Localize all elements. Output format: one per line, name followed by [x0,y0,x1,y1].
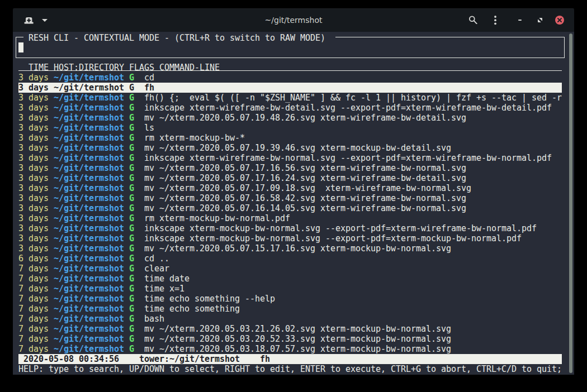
history-row[interactable]: 7 days ~/git/termshot G mv ~/xterm.2020.… [13,344,567,354]
search-button[interactable] [467,14,477,24]
search-icon [467,14,477,24]
history-row[interactable]: 3 days ~/git/termshot G mv ~/xterm.2020.… [13,113,567,123]
kebab-menu-icon [494,15,497,25]
history-row[interactable]: 6 days ~/git/termshot G cd .. [13,254,567,264]
history-row[interactable]: 3 days ~/git/termshot G mv ~/xterm.2020.… [13,203,567,213]
history-row[interactable]: 3 days ~/git/termshot G rm xterm-mockup-… [13,213,567,223]
history-row[interactable]: 3 days ~/git/termshot G cd [13,73,567,83]
history-row[interactable]: 7 days ~/git/termshot G time x=1 [13,284,567,294]
history-row[interactable]: 3 days ~/git/termshot G inkscape xterm-m… [13,223,567,233]
history-row[interactable]: 3 days ~/git/termshot G mv ~/xterm.2020.… [13,143,567,153]
help-bar: HELP: type to search, UP/DOWN to select,… [13,364,567,374]
history-row[interactable]: 3 days ~/git/termshot G fh() {; eval $( … [13,93,567,103]
restore-icon [538,18,542,22]
history-row[interactable]: 3 days ~/git/termshot G inkscape xterm-m… [13,233,567,243]
history-row[interactable]: 3 days ~/git/termshot G mv ~/xterm.2020.… [13,193,567,203]
menu-button[interactable] [494,15,497,25]
history-row[interactable]: 7 days ~/git/termshot G time echo someth… [13,294,567,304]
history-row[interactable]: 3 days ~/git/termshot G mv ~/xterm.2020.… [13,183,567,193]
terminal-screen[interactable]: RESH CLI - CONTEXTUAL MODE - (CTRL+R to … [13,32,574,375]
history-row[interactable]: 3 days ~/git/termshot G rm xterm-mockup-… [13,133,567,143]
minimize-icon [518,20,522,21]
terminal-rows: TIME HOST:DIRECTORY FLAGS COMMAND-LINE 3… [13,32,567,374]
history-row-selected[interactable]: 3 days ~/git/termshot G fh [13,83,567,93]
box-row-input [13,42,567,52]
minimize-button[interactable] [518,20,522,21]
history-row[interactable]: 7 days ~/git/termshot G clear [13,264,567,274]
resh-box-title: RESH CLI - CONTEXTUAL MODE - (CTRL+R to … [23,33,335,43]
history-row[interactable]: 7 days ~/git/termshot G mv ~/xterm.2020.… [13,334,567,344]
history-row[interactable]: 3 days ~/git/termshot G mv ~/xterm.2020.… [13,243,567,254]
history-row[interactable]: 7 days ~/git/termshot G bash [13,314,567,324]
titlebar[interactable]: ~/git/termshot [13,8,574,32]
close-icon [555,16,564,25]
history-row[interactable]: 7 days ~/git/termshot G mv ~/xterm.2020.… [13,324,567,334]
list-header: TIME HOST:DIRECTORY FLAGS COMMAND-LINE [13,63,567,73]
scrollbar-thumb[interactable] [569,34,572,374]
restore-button[interactable] [538,18,542,22]
window-title: ~/git/termshot [13,8,574,32]
history-row[interactable]: 3 days ~/git/termshot G inkscape xterm-w… [13,103,567,113]
history-row[interactable]: 7 days ~/git/termshot G time echo someth… [13,304,567,314]
history-row[interactable]: 3 days ~/git/termshot G mv ~/xterm.2020.… [13,173,567,183]
close-button[interactable] [555,16,564,25]
history-row[interactable]: 3 days ~/git/termshot G mv ~/xterm.2020.… [13,163,567,173]
desktop-background: ~/git/termshot [0,0,587,392]
status-bar: 2020-05-08 00:34:56 tower:~/git/termshot… [13,354,567,364]
box-row-bottom [13,52,567,63]
history-row[interactable]: 3 days ~/git/termshot G ls [13,123,567,133]
history-row[interactable]: 7 days ~/git/termshot G time date [13,274,567,284]
history-row[interactable]: 3 days ~/git/termshot G inkscape xterm-w… [13,153,567,163]
terminal-window: ~/git/termshot [13,8,574,375]
